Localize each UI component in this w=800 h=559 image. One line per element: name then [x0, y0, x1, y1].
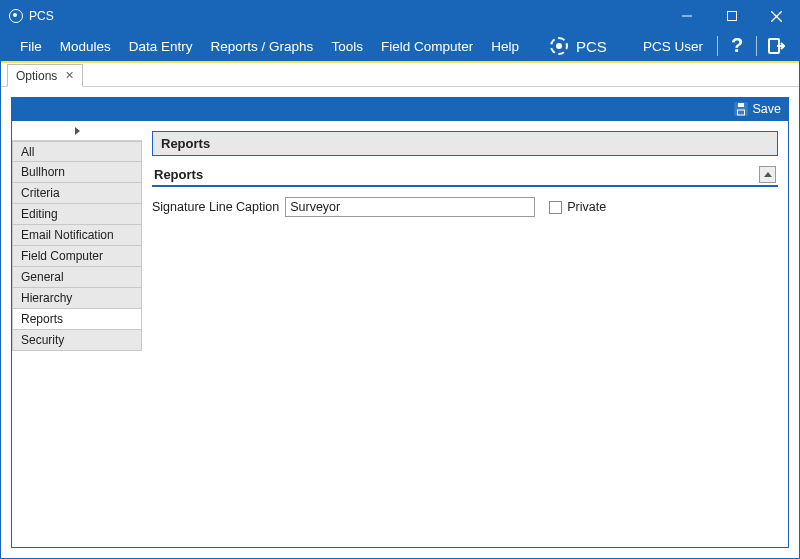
app-icon: [9, 9, 23, 23]
settings-panel: Reports Reports Signature Line Caption P…: [142, 121, 788, 547]
sidebar-item-criteria[interactable]: Criteria: [12, 183, 142, 204]
window-title: PCS: [29, 9, 54, 23]
menu-reports-graphs[interactable]: Reports / Graphs: [202, 31, 323, 61]
save-icon: [734, 102, 748, 116]
svg-marker-11: [764, 172, 772, 177]
tab-options[interactable]: Options ✕: [7, 64, 83, 87]
menu-field-computer[interactable]: Field Computer: [372, 31, 482, 61]
brand-button[interactable]: PCS: [540, 37, 617, 55]
menu-file[interactable]: File: [11, 31, 51, 61]
user-label[interactable]: PCS User: [633, 39, 713, 54]
panel-subtitle-row: Reports: [152, 166, 778, 187]
sidebar-item-editing[interactable]: Editing: [12, 204, 142, 225]
app-window: PCS File Modules Data Entry Reports / Gr…: [0, 0, 800, 559]
divider: [756, 36, 757, 56]
signature-input[interactable]: [285, 197, 535, 217]
content-toolbar: Save: [11, 97, 789, 121]
save-label: Save: [753, 102, 782, 116]
menu-data-entry[interactable]: Data Entry: [120, 31, 202, 61]
chevron-right-icon: [73, 127, 81, 135]
panel-title: Reports: [152, 131, 778, 156]
divider: [717, 36, 718, 56]
sidebar-item-general[interactable]: General: [12, 267, 142, 288]
maximize-button[interactable]: [709, 1, 754, 31]
tab-strip: Options ✕: [1, 63, 799, 87]
sidebar-item-security[interactable]: Security: [12, 330, 142, 351]
menu-modules[interactable]: Modules: [51, 31, 120, 61]
chevron-up-icon: [764, 171, 772, 179]
scroll-up-button[interactable]: [759, 166, 776, 183]
sidebar: AllBullhornCriteriaEditingEmail Notifica…: [12, 121, 142, 547]
close-button[interactable]: [754, 1, 799, 31]
menu-help[interactable]: Help: [482, 31, 528, 61]
main-body: AllBullhornCriteriaEditingEmail Notifica…: [11, 121, 789, 548]
svg-rect-8: [738, 103, 744, 107]
private-checkbox[interactable]: [549, 201, 562, 214]
sidebar-item-all[interactable]: All: [12, 141, 142, 162]
panel-subtitle: Reports: [154, 167, 203, 182]
sidebar-item-reports[interactable]: Reports: [12, 309, 142, 330]
menu-tools[interactable]: Tools: [322, 31, 372, 61]
private-label: Private: [567, 200, 606, 214]
tab-close-icon[interactable]: ✕: [65, 69, 74, 82]
content-area: Save AllBullhornCriteriaEditingEmail Not…: [1, 87, 799, 558]
help-icon-button[interactable]: ?: [722, 31, 752, 61]
svg-marker-10: [75, 127, 80, 135]
tab-label: Options: [16, 69, 57, 83]
svg-text:?: ?: [731, 36, 743, 56]
menu-bar: File Modules Data Entry Reports / Graphs…: [1, 31, 799, 63]
signature-row: Signature Line Caption Private: [152, 197, 778, 217]
brand-icon: [550, 37, 568, 55]
sidebar-expand-toggle[interactable]: [12, 121, 142, 141]
sidebar-list: AllBullhornCriteriaEditingEmail Notifica…: [12, 141, 142, 351]
brand-label: PCS: [576, 38, 607, 55]
minimize-button[interactable]: [664, 1, 709, 31]
logout-icon-button[interactable]: [761, 31, 791, 61]
svg-rect-1: [727, 12, 736, 21]
sidebar-item-email-notification[interactable]: Email Notification: [12, 225, 142, 246]
save-button[interactable]: Save: [734, 102, 782, 116]
sidebar-item-hierarchy[interactable]: Hierarchy: [12, 288, 142, 309]
title-bar: PCS: [1, 1, 799, 31]
sidebar-item-bullhorn[interactable]: Bullhorn: [12, 162, 142, 183]
sidebar-item-field-computer[interactable]: Field Computer: [12, 246, 142, 267]
signature-label: Signature Line Caption: [152, 200, 279, 214]
private-checkbox-wrap[interactable]: Private: [549, 200, 606, 214]
